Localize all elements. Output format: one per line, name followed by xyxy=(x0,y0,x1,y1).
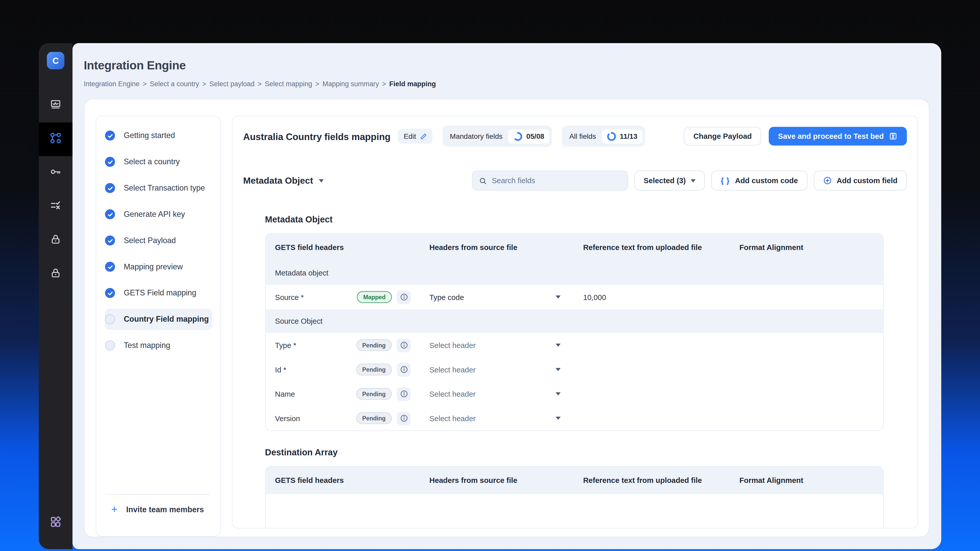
add-custom-code-button[interactable]: { } Add custom code xyxy=(711,171,807,191)
header-select-dropdown[interactable]: Select header xyxy=(429,389,583,398)
code-braces-icon: { } xyxy=(721,176,730,185)
info-icon[interactable] xyxy=(397,290,410,304)
header-select-dropdown[interactable]: Select header xyxy=(429,365,583,374)
change-payload-label: Change Payload xyxy=(694,132,752,141)
chevron-down-icon xyxy=(555,392,561,395)
breadcrumb-item[interactable]: Integration Engine xyxy=(84,80,140,87)
table-row-name: Name Pending Select header xyxy=(266,382,883,406)
progress-ring-icon xyxy=(607,132,616,141)
sidebar-item-apps[interactable] xyxy=(39,506,73,540)
object-selector-dropdown[interactable]: Metadata Object xyxy=(243,176,324,186)
section-heading-destination-array: Destination Array xyxy=(265,447,883,457)
save-proceed-label: Save and proceed to Test bed xyxy=(778,132,884,141)
column-header: Format Alignment xyxy=(739,243,883,252)
step-check-icon xyxy=(105,130,115,141)
table-row-version: Version Pending Select header xyxy=(266,406,883,430)
app-shell: C xyxy=(39,43,941,549)
edit-button[interactable]: Edit xyxy=(398,129,432,144)
step-check-icon xyxy=(105,288,115,298)
breadcrumb: Integration Engine > Select a country > … xyxy=(84,80,436,87)
add-custom-field-button[interactable]: Add custom field xyxy=(814,171,907,191)
group-row-metadata-object: Metadata object xyxy=(266,261,883,285)
destination-array-table: GETS field headers Headers from source f… xyxy=(265,466,883,528)
stepper-panel: Getting started Select a country Select … xyxy=(96,116,221,537)
stepper-item-test-mapping[interactable]: Test mapping xyxy=(105,332,212,359)
header-select-dropdown[interactable]: Select header xyxy=(429,341,583,349)
stepper-item-country-field-mapping[interactable]: Country Field mapping xyxy=(105,309,212,330)
breadcrumb-item[interactable]: Select payload xyxy=(210,80,255,87)
search-fields-input[interactable] xyxy=(492,176,621,185)
info-icon[interactable] xyxy=(397,387,410,401)
breadcrumb-separator: > xyxy=(202,80,207,87)
selected-filter-dropdown[interactable]: Selected (3) xyxy=(634,171,705,191)
field-name: Type * xyxy=(275,341,296,349)
info-icon[interactable] xyxy=(397,411,410,425)
plus-icon: + xyxy=(111,504,118,515)
stepper-item-select-payload[interactable]: Select Payload xyxy=(105,227,212,254)
table-header-row: GETS field headers Headers from source f… xyxy=(266,467,883,494)
stepper-item-label: Generate API key xyxy=(124,210,185,219)
change-payload-button[interactable]: Change Payload xyxy=(684,127,761,145)
object-selector-value: Metadata Object xyxy=(243,176,313,186)
breadcrumb-separator: > xyxy=(258,80,262,87)
status-badge-pending: Pending xyxy=(356,388,392,400)
column-header: Reference text from uploaded file xyxy=(583,476,739,485)
header-select-placeholder: Select header xyxy=(429,414,476,422)
info-icon[interactable] xyxy=(397,363,410,376)
header-select-value: Type code xyxy=(429,292,464,301)
mandatory-fields-counter: 05/08 xyxy=(508,129,549,143)
breadcrumb-item[interactable]: Select a country xyxy=(150,80,199,87)
workspace-logo-letter: C xyxy=(52,56,59,65)
breadcrumb-item[interactable]: Mapping summary xyxy=(322,80,379,87)
stepper-item-gets-field-mapping[interactable]: GETS Field mapping xyxy=(105,280,212,306)
breadcrumb-item-current: Field mapping xyxy=(389,80,436,87)
header-select-placeholder: Select header xyxy=(429,365,476,374)
stepper-item-getting-started[interactable]: Getting started xyxy=(105,122,212,149)
header-select-dropdown[interactable]: Select header xyxy=(429,414,583,422)
header-select-dropdown[interactable]: Type code xyxy=(429,292,583,301)
mapping-title: Australia Country fields mapping xyxy=(243,131,391,141)
column-header: Headers from source file xyxy=(429,243,583,252)
stepper-item-mapping-preview[interactable]: Mapping preview xyxy=(105,254,212,280)
breadcrumb-separator: > xyxy=(315,80,319,87)
sidebar-item-locked-2[interactable] xyxy=(39,257,73,291)
invite-team-members-button[interactable]: + Invite team members xyxy=(106,494,210,524)
sidebar-item-mapping-rules[interactable] xyxy=(39,190,73,224)
step-pending-dot xyxy=(105,341,115,351)
mapping-scroll-area[interactable]: Metadata Object GETS field headers Heade… xyxy=(232,203,918,528)
sidebar-item-locked-1[interactable] xyxy=(39,224,73,257)
table-row-id: Id * Pending Select header xyxy=(266,357,883,382)
save-icon xyxy=(889,132,897,141)
pencil-icon xyxy=(420,133,427,140)
stepper-item-label: Country Field mapping xyxy=(124,315,209,324)
column-header: GETS field headers xyxy=(275,243,430,252)
sidebar-item-integration-engine[interactable] xyxy=(39,122,73,156)
sidebar-item-api-keys[interactable] xyxy=(39,156,73,190)
step-check-icon xyxy=(105,157,115,167)
desktop-background: C xyxy=(0,0,980,551)
section-heading-metadata-object: Metadata Object xyxy=(265,214,883,224)
apps-grid-icon xyxy=(49,515,62,530)
search-fields-box[interactable] xyxy=(472,171,628,191)
info-icon[interactable] xyxy=(397,338,410,352)
stepper-item-label: Mapping preview xyxy=(124,262,183,271)
mapping-header: Australia Country fields mapping Edit Ma… xyxy=(243,125,907,148)
chevron-down-icon xyxy=(555,344,561,347)
page-title: Integration Engine xyxy=(84,59,186,73)
key-icon xyxy=(49,165,62,181)
stepper-item-label: Select a country xyxy=(124,157,180,166)
stepper-item-generate-api-key[interactable]: Generate API key xyxy=(105,201,212,227)
save-proceed-button[interactable]: Save and proceed to Test bed xyxy=(769,127,907,145)
lock-icon xyxy=(49,267,62,282)
sidebar-item-dashboard[interactable] xyxy=(39,89,73,122)
main-window: Integration Engine Integration Engine > … xyxy=(73,43,941,549)
stepper-item-select-country[interactable]: Select a country xyxy=(105,149,212,175)
breadcrumb-item[interactable]: Select mapping xyxy=(265,80,312,87)
stepper-item-label: Select Transaction type xyxy=(124,184,205,192)
all-fields-progress: All fields 11/13 xyxy=(562,125,645,147)
workspace-logo[interactable]: C xyxy=(47,52,65,69)
content-panel: Getting started Select a country Select … xyxy=(84,99,929,537)
plus-circle-icon xyxy=(823,176,832,185)
stepper-item-select-transaction-type[interactable]: Select Transaction type xyxy=(105,175,212,201)
workflow-icon xyxy=(49,132,62,147)
